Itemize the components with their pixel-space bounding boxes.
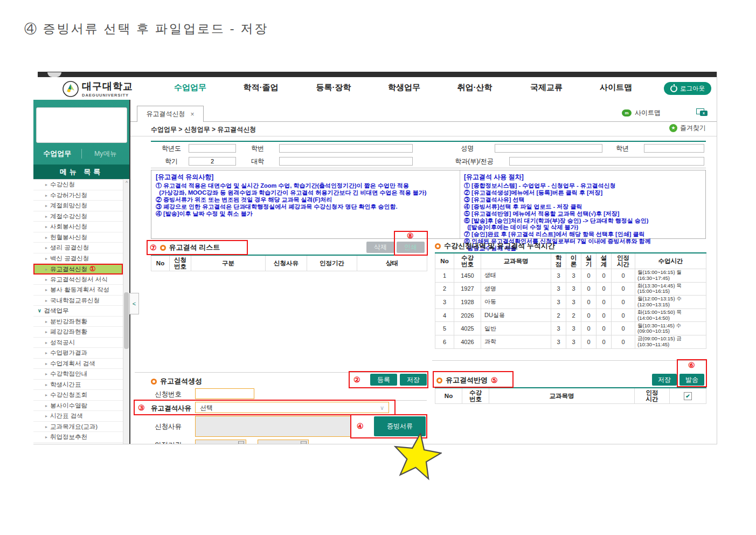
period-end-input[interactable] <box>258 440 309 444</box>
section-bullet-icon <box>151 379 157 385</box>
sidebar-item[interactable]: ▸사회봉사신청 <box>33 222 123 232</box>
sidebar-item[interactable]: ▸유고결석신청서 서식 <box>33 275 123 285</box>
sidebar-item[interactable]: ▸봉사 활동계획서 작성 <box>33 285 123 296</box>
apply-save-button[interactable]: 저장 <box>652 374 677 386</box>
studentno-input[interactable] <box>279 144 413 153</box>
nav-item-2[interactable]: 학적·졸업 <box>228 83 293 93</box>
college-input[interactable] <box>279 157 413 166</box>
university-logo[interactable]: 대구대학교 DAEGUUNIVERSITY <box>63 80 133 98</box>
send-button[interactable]: 발송 <box>679 374 704 386</box>
table-cell: 0 <box>612 308 635 322</box>
chevron-right-icon: ▸ <box>45 182 47 187</box>
sidebar-item[interactable]: ▸수강신청조회 <box>33 390 123 401</box>
sidebar-tab-work[interactable]: 수업업무 <box>33 149 82 159</box>
sidebar-collapse-handle[interactable]: < <box>129 293 139 314</box>
sidebar-item-label: 폐강강좌현황 <box>50 328 87 335</box>
sidebar-tab-my[interactable]: My메뉴 <box>82 149 130 159</box>
column-header: 설 계 <box>597 253 612 269</box>
sitemap-link[interactable]: m 사이트맵 <box>622 108 661 118</box>
major-input[interactable] <box>509 157 704 166</box>
nav-item-3[interactable]: 등록·장학 <box>301 83 366 93</box>
sidebar-item[interactable]: ▸생리 공결신청 <box>33 243 123 253</box>
nav-item-4[interactable]: 학생업무 <box>372 83 436 93</box>
app-window: 대구대학교 DAEGUUNIVERSITY 수업업무학적·졸업등록·장학학생업무… <box>33 72 717 444</box>
apply-no-input[interactable] <box>195 388 254 399</box>
apply-reason-textarea[interactable] <box>195 416 351 437</box>
logout-button[interactable]: 로그아웃 <box>664 82 711 95</box>
content-area: 유고결석신청 × m 사이트맵 x 수업업무 > 신청업무 > 유고결석신청 ★… <box>129 100 717 444</box>
sidebar-item[interactable]: ▸봉사이수열람 <box>33 401 123 411</box>
calendar-icon[interactable] <box>301 441 307 444</box>
window-control[interactable]: x <box>696 108 708 116</box>
sidebar-item[interactable]: ▸교과목개요(교과) <box>33 422 123 433</box>
table-cell: 1927 <box>454 282 481 296</box>
chevron-right-icon: ▸ <box>45 414 47 419</box>
sidebar-item[interactable]: ▸수업평가결과 <box>33 348 123 359</box>
column-header: 인정기간 <box>307 255 357 271</box>
table-cell: 0 <box>597 322 612 335</box>
year-input[interactable] <box>189 144 236 153</box>
column-header: 수강 번호 <box>454 253 481 269</box>
delete-button[interactable]: 삭제 <box>366 242 394 253</box>
sidebar-item[interactable]: ▸수강신청 <box>33 180 123 190</box>
sidebar-item[interactable]: ▸백신 공결신청 <box>33 253 123 264</box>
sidebar-item[interactable]: ▸폐강강좌현황 <box>33 327 123 338</box>
calendar-icon[interactable] <box>238 441 244 444</box>
sidebar-item-label: 유고결석신청서 서식 <box>50 276 108 283</box>
table-cell: 3 <box>551 269 566 283</box>
sidebar-item-label: 검색업무 <box>44 307 69 314</box>
sidebar-item[interactable]: ▸계절수강신청 <box>33 211 123 222</box>
table-cell: 0 <box>612 269 635 283</box>
table-cell: 0 <box>581 282 597 296</box>
close-icon[interactable]: × <box>190 111 194 118</box>
callout-7: ⑦ <box>150 243 157 252</box>
grade-input[interactable] <box>644 144 704 153</box>
sidebar-item[interactable]: ▸수업계획서 검색 <box>33 359 123 369</box>
sidebar-tabs: 수업업무 My메뉴 <box>33 147 129 160</box>
sidebar-item[interactable]: ▸시간표 검색 <box>33 411 123 422</box>
sidebar-item-label: 수업계획서 검색 <box>50 360 95 367</box>
reason-select[interactable]: 선택 ∨ <box>195 402 389 413</box>
header-checkbox[interactable]: ✔ <box>684 392 692 400</box>
sidebar-item[interactable]: ∨검색업무 <box>33 306 123 317</box>
sidebar-item-label: 교과목개요(교과) <box>50 423 98 430</box>
nav-item-1[interactable]: 수업업무 <box>158 83 223 93</box>
logo-subtitle: DAEGUUNIVERSITY <box>82 93 133 98</box>
save-button[interactable]: 저장 <box>400 374 427 386</box>
scrollbar-thumb[interactable] <box>124 292 129 349</box>
print-button[interactable]: 인쇄 <box>397 242 425 253</box>
sitemap-label: 사이트맵 <box>635 108 661 118</box>
table-row: 21927생명33000화(13:30~14:45) 목(15:00~16:15… <box>435 282 706 296</box>
sidebar-item[interactable]: ▸헌혈봉사신청 <box>33 232 123 243</box>
sidebar-item[interactable]: ▸계절희망신청 <box>33 201 123 211</box>
callout-5: ⑤ <box>491 376 498 385</box>
table-cell: 3 <box>566 335 581 348</box>
sidebar-item[interactable]: ▸분반강좌현황 <box>33 317 123 327</box>
favorite-button[interactable]: ★ 즐겨찾기 <box>669 124 706 133</box>
nav-item-6[interactable]: 국제교류 <box>514 83 579 93</box>
nav-item-5[interactable]: 취업·산학 <box>442 83 507 93</box>
table-cell: 3 <box>566 296 581 309</box>
sidebar-item[interactable]: ▸수강학점안내 <box>33 369 123 380</box>
period-start-input[interactable] <box>195 440 246 444</box>
divider <box>432 360 706 361</box>
table-cell: 3 <box>566 282 581 296</box>
tab-absence-application[interactable]: 유고결석신청 × <box>137 106 204 122</box>
register-button[interactable]: 등록 <box>370 374 397 386</box>
sidebar-item[interactable]: ▸유고결석신청① <box>33 264 123 275</box>
sidebar-item[interactable]: ▸취업정보추천 <box>33 432 123 443</box>
nav-item-7[interactable]: 사이트맵 <box>584 83 648 93</box>
chevron-right-icon: ▸ <box>45 267 47 272</box>
sidebar-item[interactable]: ▸수강허가신청 <box>33 190 123 201</box>
sidebar-item[interactable]: ▸국내학점교류신청 <box>33 296 123 306</box>
table-cell: 화(15:00~15:50) 목(14:00~14:50) <box>635 308 706 322</box>
notice-line: (가상강좌, MOOC강좌 등 원격수업과 학습기간이 유고결석 허용기간보다 … <box>156 189 455 196</box>
name-input[interactable] <box>495 144 602 153</box>
table-cell: 0 <box>597 282 612 296</box>
notice-left: [유고결석 유의사항] ① 유고결석 적용은 대면수업 및 실시간 Zoom 수… <box>156 173 455 217</box>
semester-value[interactable]: 2 <box>189 157 236 166</box>
column-header: 교과목명 <box>481 253 551 269</box>
sidebar-item[interactable]: ▸성적공시 <box>33 338 123 348</box>
sidebar-item[interactable]: ▸학생시간표 <box>33 380 123 390</box>
chevron-right-icon: ▸ <box>45 340 47 345</box>
